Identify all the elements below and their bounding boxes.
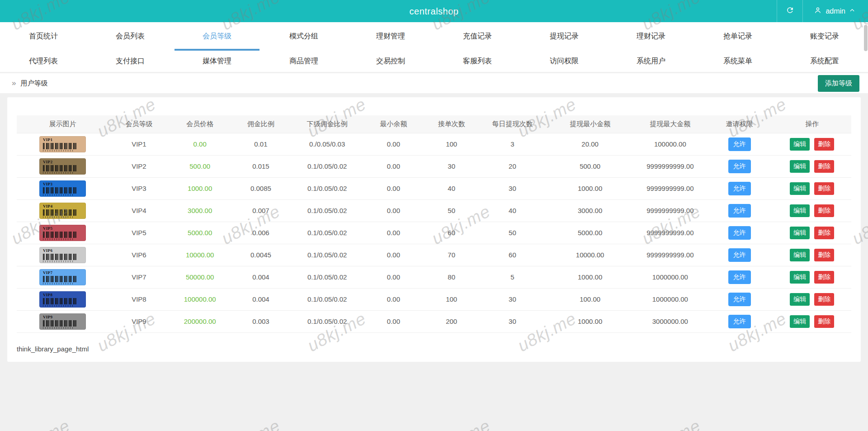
edit-button[interactable]: 编辑 [790, 271, 810, 284]
cell-display-image: VIP1 [17, 133, 108, 155]
cell-actions: 编辑删除 [773, 266, 851, 288]
watermark-text: u8kj.me [218, 416, 283, 431]
edit-button[interactable]: 编辑 [790, 138, 810, 151]
cell-commission: 0.007 [231, 199, 292, 222]
delete-button[interactable]: 删除 [814, 227, 834, 239]
watermark-text: u8kj.me [639, 416, 704, 431]
edit-button[interactable]: 编辑 [790, 293, 810, 306]
cell-min-balance: 0.00 [363, 222, 424, 244]
vip-card-label: VIP8 [43, 293, 86, 297]
cell-level: VIP2 [108, 155, 170, 177]
refresh-button[interactable] [777, 0, 803, 22]
allow-button[interactable]: 允许 [728, 270, 751, 284]
barcode-image [43, 232, 77, 238]
tab-system-config[interactable]: 系统配置 [781, 51, 868, 72]
cell-invite-permission: 允许 [706, 244, 773, 266]
tab-finance-records[interactable]: 理财记录 [608, 22, 694, 51]
tab-member-level[interactable]: 会员等级 [174, 22, 260, 51]
cell-invite-permission: 允许 [706, 288, 773, 310]
allow-button[interactable]: 允许 [728, 204, 751, 218]
delete-button[interactable]: 删除 [814, 138, 834, 151]
column-header: 操作 [773, 115, 851, 133]
tab-home-stats[interactable]: 首页统计 [0, 22, 87, 51]
edit-button[interactable]: 编辑 [790, 160, 810, 173]
barcode-digits [43, 150, 75, 152]
cell-withdraw-max: 100000.00 [634, 133, 706, 155]
column-header: 提现最大金额 [634, 115, 706, 133]
tab-payment-api[interactable]: 支付接口 [87, 51, 174, 72]
cell-min-balance: 0.00 [363, 310, 424, 332]
cell-min-balance: 0.00 [363, 266, 424, 288]
barcode-image [43, 143, 77, 149]
cell-order-count: 30 [424, 155, 479, 177]
tab-mode-group[interactable]: 模式分组 [260, 22, 347, 51]
action-buttons: 编辑删除 [773, 271, 851, 284]
edit-button[interactable]: 编辑 [790, 249, 810, 261]
tab-account-change-records[interactable]: 账变记录 [781, 22, 868, 51]
barcode-digits [43, 194, 75, 196]
cell-withdraw-max: 9999999999.00 [634, 244, 706, 266]
chevron-up-icon [849, 7, 855, 15]
allow-button[interactable]: 允许 [728, 293, 751, 306]
delete-button[interactable]: 删除 [814, 182, 834, 195]
delete-button[interactable]: 删除 [814, 160, 834, 173]
cell-commission: 0.0045 [231, 244, 292, 266]
cell-sub-commission: 0.1/0.05/0.02 [291, 244, 363, 266]
cell-display-image: VIP8 [17, 288, 108, 310]
column-header: 佣金比例 [231, 115, 292, 133]
tab-member-list[interactable]: 会员列表 [87, 22, 174, 51]
delete-button[interactable]: 删除 [814, 271, 834, 284]
tab-media-manage[interactable]: 媒体管理 [174, 51, 260, 72]
tab-goods-manage[interactable]: 商品管理 [260, 51, 347, 72]
barcode-digits [43, 216, 75, 218]
cell-commission: 0.006 [231, 222, 292, 244]
edit-button[interactable]: 编辑 [790, 182, 810, 195]
action-buttons: 编辑删除 [773, 138, 851, 151]
allow-button[interactable]: 允许 [728, 248, 751, 262]
tab-agent-list[interactable]: 代理列表 [0, 51, 87, 72]
cell-commission: 0.004 [231, 266, 292, 288]
tab-finance-manage[interactable]: 理财管理 [347, 22, 434, 51]
column-header: 接单次数 [424, 115, 479, 133]
edit-button[interactable]: 编辑 [790, 315, 810, 328]
tab-access-permission[interactable]: 访问权限 [521, 51, 608, 72]
tab-trade-control[interactable]: 交易控制 [347, 51, 434, 72]
scrollbar-thumb[interactable] [864, 25, 868, 51]
allow-button[interactable]: 允许 [728, 315, 751, 328]
cell-withdraw-max: 9999999999.00 [634, 222, 706, 244]
vip-card-image: VIP8 [39, 291, 86, 308]
cell-invite-permission: 允许 [706, 177, 773, 199]
table-body: VIP1VIP10.000.010./0.05/0.030.00100320.0… [17, 133, 851, 332]
tab-service-list[interactable]: 客服列表 [434, 51, 521, 72]
allow-button[interactable]: 允许 [728, 182, 751, 195]
allow-button[interactable]: 允许 [728, 226, 751, 240]
cell-withdraw-max: 1000000.00 [634, 266, 706, 288]
watermark-text: u8kj.me [849, 416, 868, 431]
edit-button[interactable]: 编辑 [790, 227, 810, 239]
allow-button[interactable]: 允许 [728, 137, 751, 151]
tab-withdraw-records[interactable]: 提现记录 [521, 22, 608, 51]
action-buttons: 编辑删除 [773, 227, 851, 239]
cell-withdraw-min: 1000.00 [546, 310, 634, 332]
delete-button[interactable]: 删除 [814, 204, 834, 217]
cell-invite-permission: 允许 [706, 266, 773, 288]
cell-invite-permission: 允许 [706, 222, 773, 244]
barcode-image [43, 320, 77, 327]
user-menu[interactable]: admin [803, 0, 868, 22]
allow-button[interactable]: 允许 [728, 160, 751, 173]
vip-card-label: VIP2 [43, 160, 86, 164]
cell-min-balance: 0.00 [363, 244, 424, 266]
cell-display-image: VIP7 [17, 266, 108, 288]
delete-button[interactable]: 删除 [814, 249, 834, 261]
tab-recharge-records[interactable]: 充值记录 [434, 22, 521, 51]
delete-button[interactable]: 删除 [814, 315, 834, 328]
delete-button[interactable]: 删除 [814, 293, 834, 306]
tab-system-menu[interactable]: 系统菜单 [694, 51, 781, 72]
action-buttons: 编辑删除 [773, 293, 851, 306]
tab-grab-order-records[interactable]: 抢单记录 [694, 22, 781, 51]
cell-withdraw-min: 20.00 [546, 133, 634, 155]
add-level-button[interactable]: 添加等级 [818, 75, 859, 92]
edit-button[interactable]: 编辑 [790, 204, 810, 217]
tab-system-users[interactable]: 系统用户 [608, 51, 694, 72]
cell-withdraw-max: 9999999999.00 [634, 155, 706, 177]
